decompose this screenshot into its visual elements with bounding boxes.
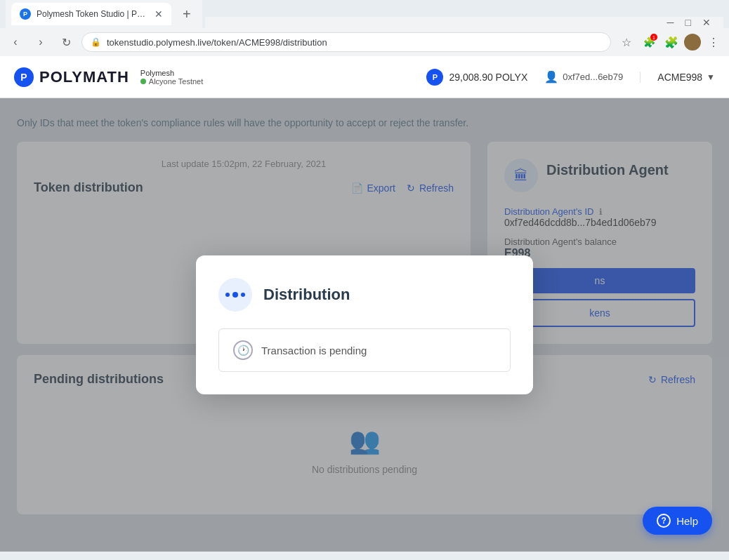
active-tab[interactable]: P Polymesh Token Studio | Polyma... ✕ — [11, 3, 171, 25]
logo-icon: P — [14, 67, 34, 87]
tab-favicon: P — [20, 8, 31, 20]
modal-icon — [218, 278, 252, 312]
dot-1 — [225, 293, 230, 297]
polymath-logo: P POLYMATH — [14, 67, 129, 87]
logo-text: POLYMATH — [39, 68, 129, 86]
lock-icon: 🔒 — [91, 37, 101, 47]
network-label: Polymesh — [140, 69, 203, 77]
url-text: tokenstudio.polymesh.live/token/ACME998/… — [107, 37, 327, 48]
polyx-icon: P — [426, 69, 443, 86]
reload-button[interactable]: ↻ — [56, 32, 76, 52]
toolbar-actions: ☆ 🧩 1 🧩 ⋮ — [617, 32, 723, 52]
notification-badge: 1 — [650, 34, 657, 41]
bookmark-button[interactable]: ☆ — [617, 32, 636, 52]
token-name: ACME998 — [657, 72, 702, 83]
tab-title: Polymesh Token Studio | Polyma... — [37, 9, 149, 19]
tab-close-button[interactable]: ✕ — [155, 8, 163, 20]
modal-title: Distribution — [263, 286, 350, 304]
close-button[interactable]: ✕ — [698, 17, 715, 28]
network-info: Polymesh Alcyone Testnet — [140, 69, 203, 86]
extensions-button[interactable]: 🧩 — [662, 32, 681, 52]
chevron-down-icon: ▼ — [707, 72, 715, 82]
page-background: Only IDs that meet the token's complianc… — [0, 98, 729, 552]
help-icon: ? — [657, 514, 671, 528]
balance-amount: 29,008.90 POLYX — [449, 72, 527, 83]
maximize-button[interactable]: □ — [681, 17, 695, 28]
network-status-dot — [140, 79, 146, 84]
menu-button[interactable]: ⋮ — [704, 32, 723, 52]
minimize-button[interactable]: ─ — [663, 17, 678, 28]
dot-3 — [241, 293, 245, 297]
wallet-address: 👤 0xf7ed...6eb79 — [544, 70, 623, 84]
browser-toolbar: ‹ › ↻ 🔒 tokenstudio.polymesh.live/token/… — [0, 28, 729, 56]
network-badge: Alcyone Testnet — [140, 77, 203, 86]
distribution-modal: Distribution 🕐 Transaction is pending — [196, 255, 533, 394]
user-icon: 👤 — [544, 70, 558, 84]
modal-overlay[interactable]: Distribution 🕐 Transaction is pending — [0, 98, 729, 552]
network-sub-label: Alcyone Testnet — [149, 77, 203, 86]
help-button[interactable]: ? Help — [643, 507, 712, 535]
dot-2 — [232, 292, 238, 298]
browser-titlebar: P Polymesh Token Studio | Polyma... ✕ + … — [0, 0, 729, 28]
balance-display: P 29,008.90 POLYX — [426, 69, 527, 86]
forward-button[interactable]: › — [31, 32, 51, 52]
app-header: P POLYMATH Polymesh Alcyone Testnet P 29… — [0, 56, 729, 98]
browser-tabs: P Polymesh Token Studio | Polyma... ✕ + … — [0, 0, 729, 28]
extension-button[interactable]: 🧩 1 — [639, 32, 659, 52]
profile-avatar[interactable] — [684, 34, 701, 51]
new-tab-button[interactable]: + — [177, 4, 197, 25]
clock-icon: 🕐 — [233, 340, 253, 360]
modal-header: Distribution — [218, 278, 511, 312]
modal-body: 🕐 Transaction is pending — [218, 328, 511, 372]
dots-icon — [225, 292, 245, 298]
pending-transaction-text: Transaction is pending — [261, 345, 367, 356]
help-label: Help — [676, 515, 698, 527]
address-bar[interactable]: 🔒 tokenstudio.polymesh.live/token/ACME99… — [81, 32, 611, 52]
back-button[interactable]: ‹ — [6, 32, 25, 52]
address-text: 0xf7ed...6eb79 — [563, 72, 623, 82]
token-selector[interactable]: ACME998 ▼ — [640, 72, 715, 83]
